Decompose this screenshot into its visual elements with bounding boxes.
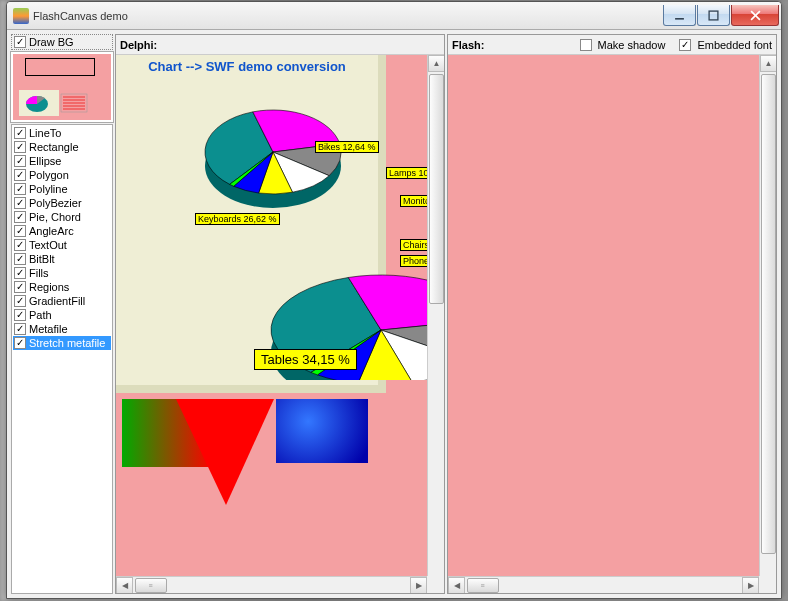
delphi-pane: Delphi: Chart --> SWF demo conversion Ta… (115, 34, 445, 594)
delphi-canvas: Chart --> SWF demo conversion Tables 34,… (116, 55, 427, 576)
op-stretch-metafile[interactable]: Stretch metafile (13, 336, 111, 350)
op-label: BitBlt (29, 253, 55, 265)
op-label: Rectangle (29, 141, 79, 153)
op-pie-chord[interactable]: Pie, Chord (13, 210, 111, 224)
checkbox-icon (14, 295, 26, 307)
chart-large-label: Tables 34,15 % (254, 349, 357, 370)
blue-rect (276, 399, 368, 463)
op-label: LineTo (29, 127, 61, 139)
op-bitblt[interactable]: BitBlt (13, 252, 111, 266)
checkbox-icon (14, 267, 26, 279)
red-triangle (176, 399, 274, 505)
scroll-right-icon[interactable]: ▶ (410, 577, 427, 594)
op-label: Path (29, 309, 52, 321)
checkbox-icon (14, 281, 26, 293)
checkbox-icon (14, 337, 26, 349)
close-button[interactable] (731, 5, 779, 26)
sidebar: Draw BG (11, 34, 113, 594)
maximize-button[interactable] (697, 5, 730, 26)
vertical-scrollbar[interactable]: ▲ (427, 55, 444, 576)
vertical-scrollbar[interactable]: ▲ (759, 55, 776, 576)
scroll-thumb[interactable]: ≡ (135, 578, 167, 593)
checkbox-icon (14, 239, 26, 251)
op-label: AngleArc (29, 225, 74, 237)
chart-title: Chart --> SWF demo conversion (116, 55, 378, 74)
op-fills[interactable]: Fills (13, 266, 111, 280)
op-polybezier[interactable]: PolyBezier (13, 196, 111, 210)
scroll-thumb[interactable] (429, 74, 444, 304)
op-polyline[interactable]: Polyline (13, 182, 111, 196)
op-ellipse[interactable]: Ellipse (13, 154, 111, 168)
pie-label: Chairs 6,4 (400, 239, 427, 251)
horizontal-scrollbar[interactable]: ◀ ≡ ▶ (448, 576, 759, 593)
app-icon (13, 8, 29, 24)
op-path[interactable]: Path (13, 308, 111, 322)
titlebar[interactable]: FlashCanvas demo (7, 2, 781, 30)
checkbox-icon (14, 183, 26, 195)
checkbox-icon (14, 225, 26, 237)
scroll-up-icon[interactable]: ▲ (760, 55, 776, 72)
window-title: FlashCanvas demo (33, 10, 128, 22)
scroll-right-icon[interactable]: ▶ (742, 577, 759, 594)
op-gradientfill[interactable]: GradientFill (13, 294, 111, 308)
scroll-thumb[interactable]: ≡ (467, 578, 499, 593)
op-label: PolyBezier (29, 197, 82, 209)
checkbox-icon (14, 155, 26, 167)
checkbox-icon (14, 323, 26, 335)
app-window: FlashCanvas demo Draw BG (6, 1, 782, 599)
op-label: Polygon (29, 169, 69, 181)
pie-label: Bikes 12,64 % (315, 141, 379, 153)
checkbox-icon (14, 141, 26, 153)
embedded-font-checkbox[interactable]: Embedded font (679, 39, 772, 51)
chart-metafile: Chart --> SWF demo conversion Tables 34,… (116, 55, 386, 393)
horizontal-scrollbar[interactable]: ◀ ≡ ▶ (116, 576, 427, 593)
scroll-left-icon[interactable]: ◀ (448, 577, 465, 594)
scroll-thumb[interactable] (761, 74, 776, 554)
op-label: Fills (29, 267, 49, 279)
flash-pane: Flash: Make shadow Embedded font ▲ ◀ (447, 34, 777, 594)
preview-thumbnail (11, 52, 113, 122)
op-polygon[interactable]: Polygon (13, 168, 111, 182)
svg-rect-1 (709, 11, 718, 20)
checkbox-icon (14, 253, 26, 265)
checkbox-icon (14, 197, 26, 209)
op-label: GradientFill (29, 295, 85, 307)
op-rectangle[interactable]: Rectangle (13, 140, 111, 154)
draw-bg-label: Draw BG (29, 36, 74, 48)
pie-label: Keyboards 26,62 % (195, 213, 280, 225)
pie-label: Phones 1,2 (400, 255, 427, 267)
op-lineto[interactable]: LineTo (13, 126, 111, 140)
checkbox-icon (679, 39, 691, 51)
op-label: Ellipse (29, 155, 61, 167)
op-textout[interactable]: TextOut (13, 238, 111, 252)
draw-bg-checkbox[interactable]: Draw BG (11, 34, 113, 50)
minimize-button[interactable] (663, 5, 696, 26)
op-regions[interactable]: Regions (13, 280, 111, 294)
checkbox-icon (580, 39, 592, 51)
op-label: TextOut (29, 239, 67, 251)
checkbox-icon (14, 309, 26, 321)
checkbox-icon (14, 36, 26, 48)
op-label: Pie, Chord (29, 211, 81, 223)
delphi-label: Delphi: (120, 39, 157, 51)
checkbox-icon (14, 211, 26, 223)
pie-label: Lamps 10,82 % (386, 167, 427, 179)
scroll-up-icon[interactable]: ▲ (428, 55, 444, 72)
op-label: Polyline (29, 183, 68, 195)
checkbox-icon (14, 127, 26, 139)
flash-canvas (448, 55, 759, 576)
pie-label: Monitors 8 (400, 195, 427, 207)
scroll-left-icon[interactable]: ◀ (116, 577, 133, 594)
checkbox-icon (14, 169, 26, 181)
flash-label: Flash: (452, 39, 484, 51)
operations-list[interactable]: LineToRectangleEllipsePolygonPolylinePol… (11, 124, 113, 594)
op-anglearc[interactable]: AngleArc (13, 224, 111, 238)
op-metafile[interactable]: Metafile (13, 322, 111, 336)
make-shadow-checkbox[interactable]: Make shadow (580, 39, 666, 51)
op-label: Metafile (29, 323, 68, 335)
op-label: Stretch metafile (29, 337, 105, 349)
op-label: Regions (29, 281, 69, 293)
